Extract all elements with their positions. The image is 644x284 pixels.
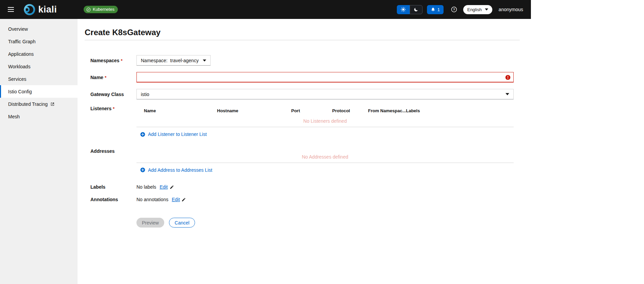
gateway-class-row: Gateway Class istio	[90, 89, 514, 99]
cancel-button[interactable]: Cancel	[169, 218, 195, 228]
sidebar-item-label: Distributed Tracing	[8, 101, 48, 107]
sidebar-item-mesh[interactable]: Mesh	[0, 110, 78, 123]
add-listener-button[interactable]: Add Listener to Listener List	[140, 132, 207, 137]
namespace-dropdown[interactable]: Namespace: travel-agency	[136, 55, 211, 66]
sidebar-item-services[interactable]: Services	[0, 73, 78, 85]
add-address-button[interactable]: Add Address to Addresses List	[140, 167, 212, 173]
dark-theme-button[interactable]	[410, 5, 423, 14]
column-header-protocol: Protocol	[325, 108, 361, 113]
sidebar: Overview Traffic Graph Applications Work…	[0, 19, 78, 284]
light-theme-button[interactable]	[397, 5, 410, 14]
check-circle-icon	[86, 7, 91, 12]
edit-labels-button[interactable]: Edit	[159, 184, 174, 190]
sidebar-item-label: Mesh	[8, 114, 20, 119]
sidebar-item-label: Traffic Graph	[8, 39, 36, 44]
external-link-icon	[50, 102, 55, 106]
namespace-dropdown-value: travel-agency	[170, 58, 199, 63]
gateway-class-value: istio	[141, 92, 149, 97]
required-indicator: *	[105, 75, 106, 80]
edit-label: Edit	[172, 197, 180, 202]
caret-down-icon	[485, 8, 488, 10]
hamburger-icon	[8, 7, 14, 12]
language-label: English	[467, 7, 482, 12]
sidebar-item-workloads[interactable]: Workloads	[0, 60, 78, 73]
moon-icon	[413, 7, 418, 12]
sidebar-item-istio-config[interactable]: Istio Config	[0, 85, 78, 98]
form-actions: Preview Cancel	[90, 218, 514, 241]
namespaces-row: Namespaces* Namespace: travel-agency	[90, 55, 514, 66]
labels-label: Labels	[90, 184, 136, 190]
required-indicator: *	[121, 58, 123, 63]
labels-value: No labels	[136, 184, 156, 190]
username: anonymous	[499, 7, 523, 12]
sidebar-item-applications[interactable]: Applications	[0, 48, 78, 60]
annotations-label: Annotations	[90, 197, 136, 202]
column-header-hostname: Hostname	[210, 108, 284, 113]
annotations-value: No annotations	[136, 197, 168, 202]
listeners-row: Listeners* Name Hostname Port Protocol F…	[90, 106, 514, 138]
column-header-from-namespaces: From Namespac...	[361, 108, 399, 113]
divider	[136, 163, 514, 163]
sidebar-item-distributed-tracing[interactable]: Distributed Tracing	[0, 98, 78, 110]
kubernetes-badge-label: Kubernetes	[93, 7, 114, 12]
kubernetes-badge: Kubernetes	[84, 6, 118, 13]
add-listener-label: Add Listener to Listener List	[148, 132, 207, 137]
pencil-icon	[170, 185, 174, 189]
namespace-dropdown-prefix: Namespace:	[141, 58, 168, 63]
edit-label: Edit	[159, 184, 168, 190]
column-header-name: Name	[136, 108, 210, 113]
question-circle-icon: ?	[451, 6, 457, 13]
svg-text:?: ?	[453, 7, 455, 11]
kiali-brand: kiali	[23, 3, 57, 16]
chevron-down-icon	[203, 60, 206, 62]
sidebar-item-traffic-graph[interactable]: Traffic Graph	[0, 35, 78, 48]
page-title: Create K8sGateway	[85, 28, 520, 37]
sidebar-item-overview[interactable]: Overview	[0, 23, 78, 35]
sun-icon	[401, 7, 406, 12]
annotations-row: Annotations No annotations Edit	[90, 197, 514, 202]
title-divider	[85, 40, 520, 40]
edit-annotations-button[interactable]: Edit	[172, 197, 186, 202]
preview-button[interactable]: Preview	[136, 218, 164, 228]
pencil-icon	[181, 197, 186, 202]
kiali-app: kiali Kubernetes	[0, 0, 531, 284]
sidebar-item-label: Applications	[8, 51, 34, 57]
addresses-label: Addresses	[90, 148, 136, 174]
sidebar-item-label: Overview	[8, 26, 28, 32]
sidebar-item-label: Istio Config	[8, 89, 32, 94]
exclamation-circle-icon	[505, 75, 511, 80]
chevron-down-icon	[506, 93, 509, 95]
addresses-row: Addresses No Addresses defined Add Addre…	[90, 148, 514, 174]
menu-toggle-button[interactable]	[6, 5, 15, 14]
main-content: Create K8sGateway Namespaces* Namespace:…	[78, 19, 531, 284]
addresses-empty-message: No Addresses defined	[136, 148, 514, 163]
listeners-table-header: Name Hostname Port Protocol From Namespa…	[136, 106, 514, 113]
kiali-logo-icon	[23, 3, 35, 16]
help-button[interactable]: ?	[451, 6, 457, 13]
name-input[interactable]	[136, 72, 514, 82]
listeners-empty-message: No Listeners defined	[136, 113, 514, 127]
divider	[136, 127, 514, 127]
sidebar-item-label: Services	[8, 76, 26, 82]
name-row: Name*	[90, 72, 514, 82]
gateway-class-label: Gateway Class	[90, 89, 136, 99]
notification-count-badge: 1	[437, 7, 440, 12]
add-address-label: Add Address to Addresses List	[148, 167, 212, 173]
masthead: kiali Kubernetes	[0, 0, 531, 19]
namespaces-label: Namespaces*	[90, 55, 136, 66]
column-header-port: Port	[284, 108, 325, 113]
name-label: Name*	[90, 72, 136, 82]
create-k8sgateway-form: Namespaces* Namespace: travel-agency	[90, 55, 514, 241]
required-indicator: *	[113, 106, 114, 111]
gateway-class-dropdown[interactable]: istio	[136, 89, 514, 99]
bell-icon	[431, 7, 435, 12]
language-dropdown[interactable]: English	[463, 5, 492, 14]
plus-circle-icon	[140, 132, 145, 137]
labels-row: Labels No labels Edit	[90, 184, 514, 190]
masthead-toolbar: 1 ? English anonymous	[397, 5, 523, 14]
plus-circle-icon	[140, 167, 145, 172]
column-header-labels: Labels	[399, 108, 514, 113]
sidebar-item-label: Workloads	[8, 64, 30, 69]
notifications-button[interactable]: 1	[427, 5, 444, 14]
theme-toggle	[397, 5, 423, 14]
